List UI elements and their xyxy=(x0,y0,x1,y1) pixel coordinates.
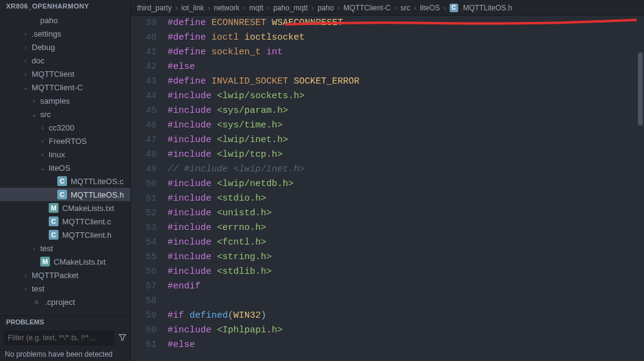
c-file-icon: C xyxy=(49,216,58,226)
chevron-right-icon[interactable]: › xyxy=(30,97,38,104)
breadcrumb-item[interactable]: liteOS xyxy=(420,4,440,12)
problems-message: No problems have been detected xyxy=(0,348,130,361)
tree-item[interactable]: ›MQTTClient xyxy=(0,67,130,80)
tree-item[interactable]: ›samples xyxy=(0,94,130,107)
c-file-icon: C xyxy=(57,176,67,186)
breadcrumb-item[interactable]: src xyxy=(400,4,410,12)
tree-item[interactable]: ⌄liteOS xyxy=(0,161,130,174)
tree-item[interactable]: ›Debug xyxy=(0,40,130,54)
chevron-none xyxy=(30,258,38,265)
chevron-right-icon: › xyxy=(444,4,446,12)
tree-item-label: test xyxy=(40,244,53,253)
tree-item-label: cc3200 xyxy=(49,123,74,132)
code-content[interactable]: #define ECONNRESET WSAECONNRESET#define … xyxy=(168,16,644,361)
tree-item[interactable]: ⌄MQTTClient-C xyxy=(0,80,130,94)
cmake-file-icon: M xyxy=(40,257,50,266)
chevron-right-icon: › xyxy=(243,4,246,12)
tree-item[interactable]: ›MQTTPacket xyxy=(0,268,130,282)
tree-item[interactable]: MCMakeLists.txt xyxy=(0,255,130,268)
chevron-none xyxy=(48,177,55,185)
breadcrumb-item[interactable]: paho_mqtt xyxy=(273,4,308,12)
tree-item[interactable]: CMQTTLiteOS.c xyxy=(0,174,130,188)
chevron-right-icon: › xyxy=(175,4,178,12)
chevron-right-icon[interactable]: › xyxy=(22,43,29,51)
c-file-icon: C xyxy=(49,230,58,240)
chevron-right-icon: › xyxy=(394,4,397,12)
breadcrumb-item[interactable]: third_party xyxy=(137,4,172,12)
breadcrumb-item[interactable]: paho xyxy=(317,4,334,12)
c-file-icon: C xyxy=(450,4,458,12)
tree-item[interactable]: ›test xyxy=(0,282,130,295)
tree-item-label: Debug xyxy=(32,43,55,52)
tree-item[interactable]: ›test xyxy=(0,241,130,255)
chevron-right-icon: › xyxy=(414,4,416,12)
chevron-right-icon[interactable]: › xyxy=(30,245,38,252)
tree-item[interactable]: CMQTTLiteOS.h xyxy=(0,188,130,201)
tree-item-label: MQTTClient.h xyxy=(62,231,111,240)
tree-item-label: MQTTClient-C xyxy=(32,83,83,92)
tree-item-label: MQTTLiteOS.h xyxy=(71,190,124,199)
project-name: XR806_OPENHARMONY xyxy=(0,0,130,12)
breadcrumb-item[interactable]: mqtt xyxy=(249,4,263,12)
tree-item-label: src xyxy=(40,110,51,119)
vertical-scrollbar[interactable] xyxy=(637,16,644,361)
tree-item[interactable]: ›linux xyxy=(0,148,130,161)
tree-item[interactable]: MCMakeLists.txt xyxy=(0,201,130,215)
chevron-right-icon[interactable]: › xyxy=(22,285,29,292)
tree-item[interactable]: paho xyxy=(0,13,130,27)
scrollbar-thumb[interactable] xyxy=(638,52,643,126)
tree-item[interactable]: ≡.cproject xyxy=(0,295,130,309)
problems-filter-row xyxy=(0,328,130,348)
main-area: third_party›iot_link›network›mqtt›paho_m… xyxy=(131,0,644,361)
chevron-right-icon[interactable]: › xyxy=(22,70,29,77)
chevron-down-icon[interactable]: ⌄ xyxy=(30,110,38,118)
chevron-down-icon[interactable]: ⌄ xyxy=(22,84,29,91)
chevron-down-icon[interactable]: ⌄ xyxy=(39,164,46,171)
tree-item-label: CMakeLists.txt xyxy=(54,257,105,266)
editor[interactable]: 3940414243444546474849505152535455565758… xyxy=(131,16,644,361)
tree-item-label: .settings xyxy=(32,29,61,38)
chevron-right-icon[interactable]: › xyxy=(39,151,46,158)
tree-item-label: MQTTClient.c xyxy=(62,217,111,226)
sidebar: XR806_OPENHARMONY paho›.settings›Debug›d… xyxy=(0,0,131,361)
tree-item[interactable]: ›cc3200 xyxy=(0,121,130,134)
chevron-none xyxy=(48,191,55,198)
chevron-right-icon: › xyxy=(338,4,340,12)
chevron-none xyxy=(39,204,46,212)
config-icon: ≡ xyxy=(32,297,41,307)
cmake-file-icon: M xyxy=(49,203,58,213)
breadcrumb[interactable]: third_party›iot_link›network›mqtt›paho_m… xyxy=(131,0,644,16)
tree-item[interactable]: CMQTTClient.c xyxy=(0,215,130,228)
breadcrumb-file[interactable]: MQTTLiteOS.h xyxy=(463,4,512,12)
tree-item[interactable]: ›FreeRTOS xyxy=(0,134,130,148)
chevron-right-icon: › xyxy=(311,4,314,12)
chevron-right-icon[interactable]: › xyxy=(39,137,46,145)
chevron-right-icon: › xyxy=(267,4,269,12)
breadcrumb-item[interactable]: MQTTClient-C xyxy=(344,4,391,12)
chevron-none xyxy=(39,218,46,225)
tree-item-label: MQTTClient xyxy=(32,70,74,79)
tree-item[interactable]: CMQTTClient.h xyxy=(0,228,130,241)
file-tree[interactable]: paho›.settings›Debug›doc›MQTTClient⌄MQTT… xyxy=(0,12,130,315)
tree-item-label: MQTTPacket xyxy=(32,271,79,280)
chevron-right-icon: › xyxy=(208,4,210,12)
tree-item-label: paho xyxy=(40,16,58,25)
breadcrumb-item[interactable]: network xyxy=(214,4,239,12)
chevron-right-icon[interactable]: › xyxy=(22,30,29,37)
tree-item[interactable]: ›doc xyxy=(0,54,130,67)
chevron-none xyxy=(22,298,29,306)
chevron-right-icon[interactable]: › xyxy=(39,124,46,131)
filter-icon[interactable] xyxy=(118,333,127,343)
tree-item-label: FreeRTOS xyxy=(49,137,87,146)
tree-item[interactable]: ⌄src xyxy=(0,107,130,121)
problems-header[interactable]: PROBLEMS xyxy=(0,315,130,328)
tree-item-label: test xyxy=(32,284,44,293)
chevron-right-icon[interactable]: › xyxy=(22,57,29,64)
chevron-none xyxy=(39,231,46,238)
problems-filter-input[interactable] xyxy=(4,331,115,345)
tree-item-label: doc xyxy=(32,56,44,65)
breadcrumb-item[interactable]: iot_link xyxy=(182,4,204,12)
chevron-right-icon[interactable]: › xyxy=(22,271,29,279)
tree-item[interactable]: ›.settings xyxy=(0,27,130,40)
line-numbers: 3940414243444546474849505152535455565758… xyxy=(131,16,168,361)
